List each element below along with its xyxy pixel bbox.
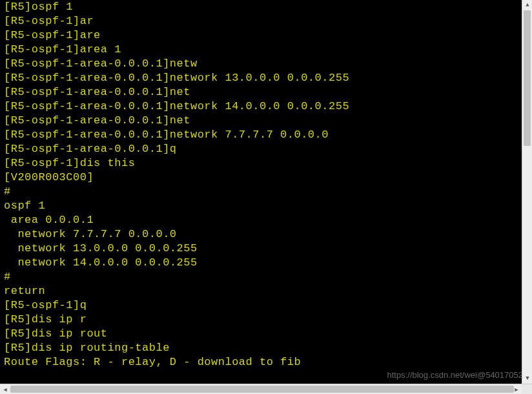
horizontal-scrollbar[interactable]: ◀ ▶ [0, 384, 532, 394]
terminal-line: network 7.7.7.7 0.0.0.0 [4, 227, 518, 242]
terminal-line: network 14.0.0.0 0.0.0.255 [4, 256, 518, 270]
vertical-scroll-thumb[interactable] [524, 10, 531, 146]
terminal-line: [R5-ospf-1-area-0.0.0.1]netw [4, 57, 518, 71]
terminal-line: [R5]dis ip r [4, 313, 518, 327]
scrollbar-corner [522, 384, 532, 394]
terminal-line: ospf 1 [4, 199, 518, 213]
terminal-line: [R5-ospf-1-area-0.0.0.1]network 14.0.0.0… [4, 99, 518, 114]
terminal-line: area 0.0.0.1 [4, 213, 518, 227]
vertical-scrollbar[interactable]: ▲ ▼ [522, 0, 532, 384]
scroll-down-arrow-icon[interactable]: ▼ [522, 373, 532, 384]
terminal-line: [R5-ospf-1-area-0.0.0.1]net [4, 85, 518, 99]
vertical-scroll-track[interactable] [522, 10, 532, 373]
terminal-line: [R5-ospf-1]q [4, 298, 518, 313]
terminal-line: [R5]dis ip rout [4, 327, 518, 341]
terminal-output[interactable]: [R5]ospf 1[R5-ospf-1]ar[R5-ospf-1]are[R5… [0, 0, 522, 384]
terminal-line: [R5]ospf 1 [4, 0, 518, 14]
terminal-line: network 13.0.0.0 0.0.0.255 [4, 242, 518, 256]
scroll-up-arrow-icon[interactable]: ▲ [522, 0, 532, 10]
horizontal-scroll-track[interactable] [10, 384, 511, 394]
terminal-line: Route Flags: R - relay, D - download to … [4, 355, 518, 369]
terminal-line: [V200R003C00] [4, 171, 518, 185]
terminal-line: [R5-ospf-1-area-0.0.0.1]network 7.7.7.7 … [4, 128, 518, 142]
terminal-line: [R5-ospf-1]are [4, 28, 518, 43]
terminal-line: [R5-ospf-1-area-0.0.0.1]network 13.0.0.0… [4, 71, 518, 85]
terminal-line: [R5-ospf-1]ar [4, 14, 518, 28]
scroll-left-arrow-icon[interactable]: ◀ [0, 384, 10, 394]
terminal-line: [R5-ospf-1]area 1 [4, 43, 518, 57]
terminal-line: [R5-ospf-1]dis this [4, 156, 518, 171]
terminal-line: return [4, 284, 518, 298]
terminal-line: # [4, 185, 518, 199]
terminal-line: [R5-ospf-1-area-0.0.0.1]q [4, 142, 518, 156]
horizontal-scroll-thumb[interactable] [10, 386, 514, 393]
terminal-line: [R5-ospf-1-area-0.0.0.1]net [4, 114, 518, 128]
terminal-line: [R5]dis ip routing-table [4, 341, 518, 355]
terminal-line: # [4, 270, 518, 284]
